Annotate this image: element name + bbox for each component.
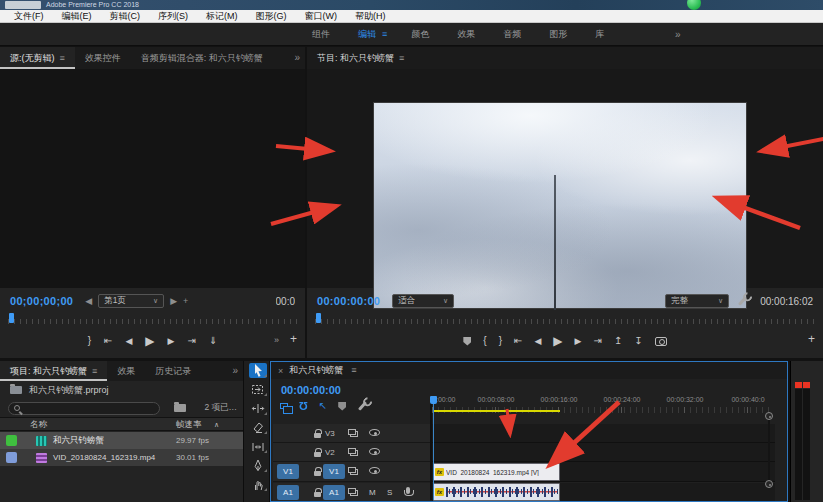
- panel-menu-icon[interactable]: ≡: [351, 362, 356, 379]
- goto-out-button[interactable]: ⇥: [188, 334, 196, 348]
- toggle-visibility-icon[interactable]: [369, 467, 380, 474]
- workspace-tab-color[interactable]: 颜色: [397, 23, 443, 46]
- panel-menu-icon[interactable]: ≡: [92, 366, 97, 376]
- ripple-edit-tool[interactable]: [244, 399, 271, 418]
- search-input[interactable]: [20, 403, 140, 414]
- search-box[interactable]: [8, 402, 160, 415]
- track-name[interactable]: V2: [325, 443, 335, 462]
- button-editor-icon[interactable]: +: [183, 294, 188, 308]
- program-timecode[interactable]: 00:00:00:00: [317, 295, 380, 307]
- mark-out-button[interactable]: }: [499, 334, 502, 348]
- menu-sequence[interactable]: 序列(S): [149, 10, 197, 23]
- source-patch-a1[interactable]: A1: [277, 485, 299, 500]
- workspace-tab-graphics[interactable]: 图形: [535, 23, 581, 46]
- playback-resolution-select[interactable]: 完整∨: [665, 294, 729, 308]
- toggle-visibility-icon[interactable]: [369, 429, 380, 436]
- hand-tool[interactable]: [244, 475, 271, 494]
- source-timecode[interactable]: 00;00;00;00: [10, 295, 73, 307]
- add-marker-icon[interactable]: [338, 402, 346, 411]
- timeline-playhead[interactable]: [430, 396, 437, 404]
- workspace-menu-icon[interactable]: ≡: [382, 23, 397, 46]
- tab-program-monitor[interactable]: 节目: 和六只钓螃蟹≡: [307, 47, 414, 69]
- tab-effect-controls[interactable]: 效果控件: [75, 47, 131, 69]
- scrollbar-knob-bottom[interactable]: [765, 480, 773, 488]
- workspace-overflow-icon[interactable]: »: [675, 23, 681, 46]
- slip-tool[interactable]: [244, 437, 271, 456]
- track-name[interactable]: V3: [325, 424, 335, 443]
- tab-effects[interactable]: 效果: [107, 361, 145, 381]
- clip-indicator-right[interactable]: [803, 382, 810, 388]
- tab-project[interactable]: 项目: 和六只钓螃蟹≡: [0, 361, 107, 381]
- source-patch-v1[interactable]: V1: [277, 464, 299, 479]
- timeline-timecode[interactable]: 00:00:00:00: [281, 384, 341, 396]
- goto-out-button[interactable]: ⇥: [593, 334, 601, 348]
- audio-clip[interactable]: fx: [433, 483, 560, 501]
- goto-in-button[interactable]: ⇤: [104, 334, 112, 348]
- close-icon[interactable]: ×: [278, 366, 283, 376]
- solo-button[interactable]: S: [387, 483, 392, 502]
- panel-menu-icon[interactable]: ≡: [60, 53, 65, 63]
- mark-in-button[interactable]: {: [483, 334, 486, 348]
- column-fps[interactable]: 帧速率: [176, 418, 202, 431]
- tab-audio-clip-mixer[interactable]: 音频剪辑混合器: 和六只钓螃蟹: [131, 47, 273, 69]
- workspace-tab-assembly[interactable]: 组件: [298, 23, 344, 46]
- lock-icon[interactable]: [314, 452, 321, 457]
- menu-edit[interactable]: 编辑(E): [53, 10, 101, 23]
- menu-file[interactable]: 文件(F): [5, 10, 53, 23]
- track-target-v1[interactable]: V1: [323, 464, 345, 479]
- step-back-button[interactable]: ◀: [534, 334, 541, 348]
- label-color-swatch[interactable]: [6, 452, 17, 463]
- mark-out-button[interactable]: }: [88, 334, 91, 348]
- snap-magnet-icon[interactable]: Ω: [299, 401, 308, 411]
- next-page-icon[interactable]: ▶: [170, 294, 177, 308]
- new-bin-icon[interactable]: [174, 404, 186, 412]
- program-playhead[interactable]: [316, 313, 321, 323]
- step-back-button[interactable]: ◀: [125, 334, 132, 348]
- transport-overflow-icon[interactable]: »: [274, 335, 279, 345]
- zoom-level-select[interactable]: 适合∨: [392, 294, 454, 308]
- lock-icon[interactable]: [314, 492, 321, 497]
- tab-history[interactable]: 历史记录: [145, 361, 201, 381]
- page-select[interactable]: 第1页∨: [98, 294, 164, 308]
- add-button-icon[interactable]: +: [290, 332, 297, 346]
- lock-icon[interactable]: [314, 433, 321, 438]
- step-forward-button[interactable]: ▶: [575, 334, 582, 348]
- workspace-tab-libraries[interactable]: 库: [581, 23, 618, 46]
- tab-source-monitor[interactable]: 源:(无剪辑)≡: [0, 47, 75, 69]
- workspace-tab-effects[interactable]: 效果: [443, 23, 489, 46]
- program-scrubber[interactable]: [315, 312, 815, 326]
- sync-lock-icon[interactable]: [350, 490, 358, 496]
- sync-lock-icon[interactable]: [350, 450, 358, 456]
- goto-in-button[interactable]: ⇤: [514, 334, 522, 348]
- toggle-visibility-icon[interactable]: [369, 448, 380, 455]
- timeline-settings-icon[interactable]: [358, 401, 367, 410]
- prev-page-icon[interactable]: ◀: [85, 294, 92, 308]
- timeline-tab-label[interactable]: 和六只钓螃蟹: [289, 364, 343, 377]
- play-button[interactable]: ▶: [145, 334, 154, 348]
- sort-asc-icon[interactable]: ∧: [214, 418, 219, 431]
- lock-icon[interactable]: [314, 471, 321, 476]
- menu-clip[interactable]: 剪辑(C): [101, 10, 150, 23]
- menu-marker[interactable]: 标记(M): [197, 10, 247, 23]
- add-marker-icon[interactable]: [463, 337, 471, 346]
- source-scrubber[interactable]: [8, 312, 297, 326]
- timeline-vscrollbar[interactable]: [768, 420, 770, 482]
- source-playhead[interactable]: [9, 313, 14, 323]
- project-row-clip[interactable]: VID_20180824_162319.mp4 30.01 fps: [0, 449, 243, 466]
- menu-help[interactable]: 帮助(H): [346, 10, 395, 23]
- step-forward-button[interactable]: ▶: [168, 334, 175, 348]
- sync-lock-icon[interactable]: [350, 469, 358, 475]
- track-select-tool[interactable]: [244, 380, 271, 399]
- menu-window[interactable]: 窗口(W): [296, 10, 347, 23]
- track-target-a1[interactable]: A1: [323, 485, 345, 500]
- sync-lock-icon[interactable]: [350, 431, 358, 437]
- workspace-tab-audio[interactable]: 音频: [489, 23, 535, 46]
- extract-button[interactable]: ↧: [634, 334, 642, 348]
- play-button[interactable]: ▶: [553, 334, 562, 348]
- nest-insert-icon[interactable]: [280, 403, 288, 409]
- razor-tool[interactable]: [244, 418, 271, 437]
- lift-button[interactable]: ↥: [614, 334, 622, 348]
- menu-graphics[interactable]: 图形(G): [247, 10, 296, 23]
- selection-tool[interactable]: [244, 361, 271, 380]
- linked-selection-icon[interactable]: ↖: [319, 401, 327, 411]
